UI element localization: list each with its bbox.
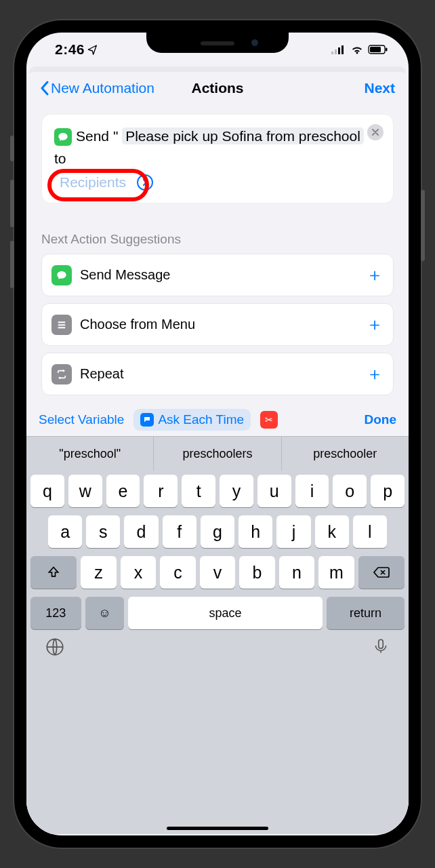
prediction[interactable]: preschoolers: [154, 437, 281, 471]
select-variable-button[interactable]: Select Variable: [39, 412, 124, 427]
keyboard: "preschool"preschoolerspreschooler qwert…: [26, 436, 409, 834]
backspace-key[interactable]: [358, 556, 405, 589]
next-button[interactable]: Next: [364, 80, 395, 96]
add-icon: ＋: [366, 362, 384, 386]
nav-title: Actions: [191, 80, 243, 96]
back-button[interactable]: New Automation: [40, 80, 154, 96]
dictation-key[interactable]: [372, 637, 390, 660]
prompt-icon: [140, 413, 154, 427]
navigation-bar: New Automation Actions Next: [26, 72, 409, 102]
suggestion-label: Repeat: [80, 366, 124, 382]
add-icon: ＋: [366, 263, 384, 287]
key-c[interactable]: c: [160, 556, 196, 589]
variable-toolbar: Select Variable Ask Each Time ✂ Done: [26, 409, 409, 436]
clipboard-icon[interactable]: ✂: [260, 411, 278, 429]
suggestion-label: Send Message: [80, 267, 170, 283]
cell-signal-icon: [331, 45, 346, 54]
menu-icon: [51, 315, 72, 335]
key-k[interactable]: k: [315, 515, 349, 548]
action-text: Send " Please pick up Sofina from presch…: [54, 125, 381, 170]
wifi-icon: [350, 45, 364, 54]
key-l[interactable]: l: [353, 515, 387, 548]
svg-rect-8: [58, 324, 66, 326]
home-indicator[interactable]: [167, 827, 268, 830]
suggestion-item[interactable]: Repeat＋: [41, 353, 394, 395]
key-x[interactable]: x: [121, 556, 157, 589]
return-key[interactable]: return: [327, 597, 405, 629]
key-s[interactable]: s: [86, 515, 120, 548]
suggestion-item[interactable]: Send Message＋: [41, 254, 394, 296]
space-key[interactable]: space: [128, 597, 323, 629]
key-f[interactable]: f: [163, 515, 196, 548]
svg-rect-11: [379, 639, 384, 648]
prediction[interactable]: "preschool": [26, 437, 154, 471]
suggestion-item[interactable]: Choose from Menu＋: [41, 303, 394, 346]
ask-label: Ask Each Time: [158, 412, 244, 427]
numbers-key[interactable]: 123: [30, 597, 81, 629]
notch: [146, 33, 289, 53]
key-g[interactable]: g: [201, 515, 234, 548]
svg-rect-0: [331, 52, 333, 54]
back-label: New Automation: [51, 80, 154, 96]
suggestions-header: Next Action Suggestions: [41, 232, 394, 247]
battery-icon: [368, 45, 388, 54]
key-v[interactable]: v: [200, 556, 236, 589]
key-u[interactable]: u: [257, 475, 291, 507]
prediction[interactable]: preschooler: [282, 437, 409, 471]
message-token[interactable]: Please pick up Sofina from preschool: [122, 127, 364, 144]
emoji-key[interactable]: ☺: [85, 597, 124, 629]
key-o[interactable]: o: [333, 475, 367, 507]
shift-key[interactable]: [30, 556, 77, 589]
repeat-icon: [51, 364, 72, 384]
ask-each-time-chip[interactable]: Ask Each Time: [133, 409, 251, 431]
key-q[interactable]: q: [30, 475, 64, 507]
svg-rect-5: [370, 47, 381, 52]
key-m[interactable]: m: [318, 556, 354, 589]
done-button[interactable]: Done: [365, 412, 397, 427]
clear-button[interactable]: [367, 124, 384, 140]
location-icon: [87, 44, 98, 55]
svg-rect-3: [341, 45, 344, 54]
action-prefix: Send ": [76, 128, 122, 144]
key-n[interactable]: n: [279, 556, 315, 589]
globe-key[interactable]: [45, 637, 64, 660]
key-y[interactable]: y: [220, 475, 253, 507]
status-time: 2:46: [55, 41, 85, 58]
key-h[interactable]: h: [239, 515, 272, 548]
messages-icon: [54, 128, 72, 146]
close-icon: [372, 129, 379, 136]
message-icon: [51, 265, 72, 285]
key-b[interactable]: b: [239, 556, 275, 589]
key-d[interactable]: d: [124, 515, 158, 548]
key-r[interactable]: r: [144, 475, 178, 507]
key-a[interactable]: a: [48, 515, 82, 548]
key-w[interactable]: w: [68, 475, 102, 507]
add-icon: ＋: [366, 313, 384, 336]
key-i[interactable]: i: [295, 475, 329, 507]
annotation-highlight: [47, 169, 149, 201]
svg-rect-2: [338, 47, 340, 54]
key-z[interactable]: z: [81, 556, 117, 589]
svg-rect-6: [386, 48, 388, 52]
svg-rect-9: [58, 327, 66, 328]
key-e[interactable]: e: [106, 475, 140, 507]
key-p[interactable]: p: [371, 475, 405, 507]
action-card[interactable]: Send " Please pick up Sofina from presch…: [41, 114, 394, 203]
suggestion-label: Choose from Menu: [80, 317, 195, 332]
svg-rect-7: [58, 321, 66, 323]
key-t[interactable]: t: [182, 475, 215, 507]
svg-rect-1: [335, 50, 337, 54]
chevron-left-icon: [40, 81, 49, 96]
key-j[interactable]: j: [276, 515, 310, 548]
